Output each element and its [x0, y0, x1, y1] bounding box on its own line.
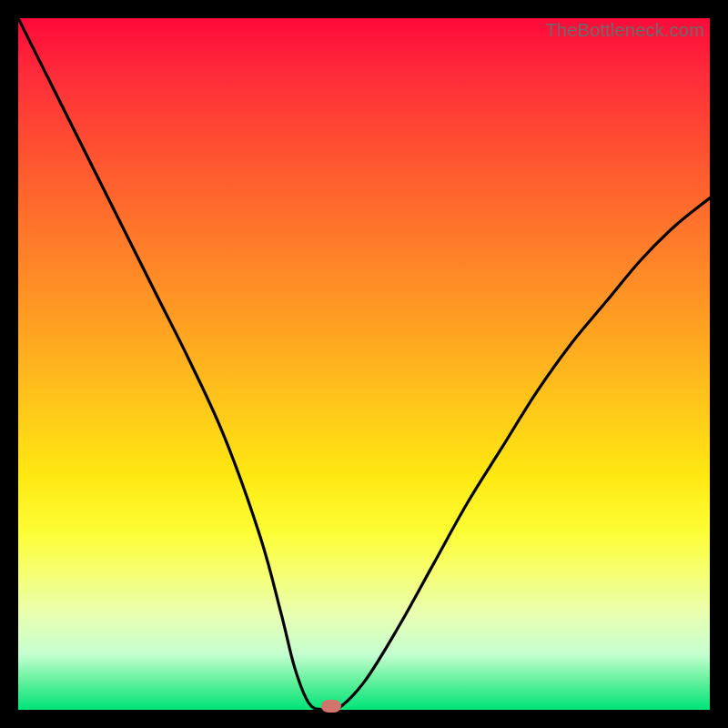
optimum-marker — [321, 700, 341, 713]
chart-frame: TheBottleneck.com — [0, 0, 728, 728]
bottleneck-curve — [18, 18, 710, 710]
plot-area: TheBottleneck.com — [18, 18, 710, 710]
